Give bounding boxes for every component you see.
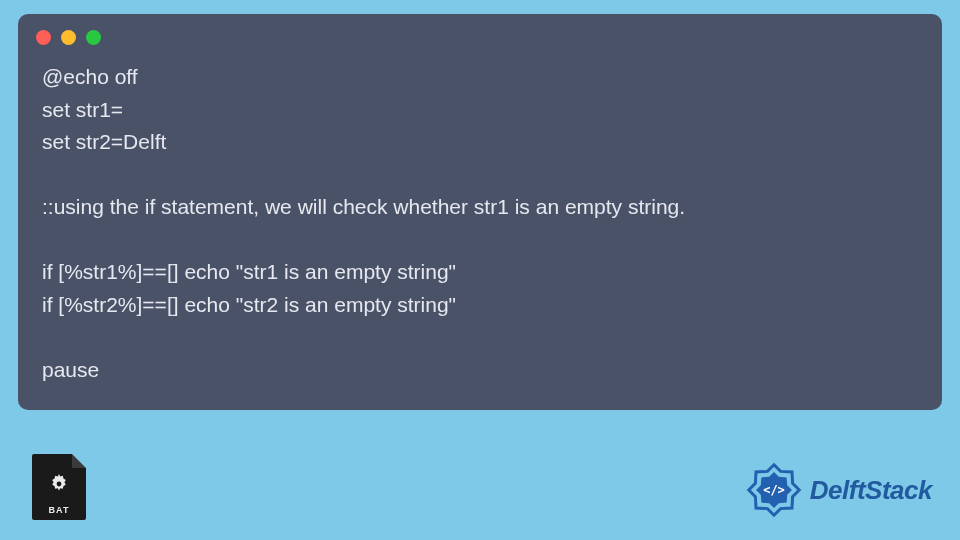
svg-text:</>: </>: [763, 483, 785, 497]
gear-icon: [47, 472, 71, 496]
code-window: @echo off set str1= set str2=Delft ::usi…: [18, 14, 942, 410]
code-line: @echo off: [42, 61, 918, 94]
logo-text: DelftStack: [810, 475, 932, 506]
code-line: set str1=: [42, 94, 918, 127]
code-line: set str2=Delft: [42, 126, 918, 159]
maximize-icon[interactable]: [86, 30, 101, 45]
close-icon[interactable]: [36, 30, 51, 45]
logo-mark-icon: </>: [744, 460, 804, 520]
code-body: @echo off set str1= set str2=Delft ::usi…: [18, 55, 942, 386]
code-line: pause: [42, 354, 918, 387]
file-page-shape: BAT: [32, 454, 86, 520]
code-line: if [%str1%]==[] echo "str1 is an empty s…: [42, 256, 918, 289]
code-line: [42, 224, 918, 257]
code-line: ::using the if statement, we will check …: [42, 191, 918, 224]
delftstack-logo: </> DelftStack: [744, 460, 932, 520]
bat-label: BAT: [32, 505, 86, 515]
page-fold-icon: [72, 454, 86, 468]
code-line: if [%str2%]==[] echo "str2 is an empty s…: [42, 289, 918, 322]
code-line: [42, 321, 918, 354]
svg-point-1: [57, 482, 62, 487]
minimize-icon[interactable]: [61, 30, 76, 45]
code-line: [42, 159, 918, 192]
bat-file-icon: BAT: [32, 454, 86, 520]
window-titlebar: [18, 14, 942, 55]
